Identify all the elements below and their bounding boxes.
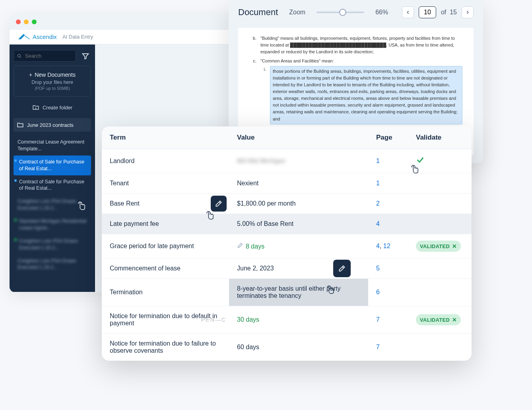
create-folder-label: Create folder xyxy=(43,105,72,111)
term-cell: Tenant xyxy=(110,180,129,187)
table-row[interactable]: Notice for termination due to failure to… xyxy=(102,334,472,361)
new-docs-sub2: (PDF up to 50MB) xyxy=(18,86,87,91)
logo-icon xyxy=(17,32,31,41)
zoom-knob[interactable] xyxy=(339,9,346,16)
folder-item[interactable]: June 2023 contracts xyxy=(14,118,91,132)
table-row[interactable]: Base Rent$1,800.00 per month2 xyxy=(102,194,472,214)
value-cell: 30 days xyxy=(237,316,259,323)
edit-icon xyxy=(338,264,346,272)
value-cell: 60 days xyxy=(237,344,259,350)
term-cell: Late payment fee xyxy=(110,220,159,227)
new-docs-title: New Documents xyxy=(35,72,76,78)
maximize-dot[interactable] xyxy=(32,19,37,24)
term-cell: Termination xyxy=(110,289,143,295)
sidebar-doc-item[interactable]: Contract of Sale for Purchase of Real Es… xyxy=(14,155,91,175)
sidebar-doc-item[interactable]: Creighton Lots PSA Draws Executed 1.20.2… xyxy=(14,195,91,215)
status-dot xyxy=(14,179,17,182)
col-header-value: Value xyxy=(229,126,368,149)
table-row[interactable]: Commencement of leaseJune 2, 20235 xyxy=(102,258,472,279)
term-cell: Commencement of lease xyxy=(110,265,181,272)
search-box[interactable] xyxy=(14,50,76,62)
sidebar: +New Documents Drop your files here (PDF… xyxy=(10,45,95,292)
page-link[interactable]: 12 xyxy=(383,243,390,249)
page-link[interactable]: 1 xyxy=(376,180,380,187)
app-header: Ascendix AI Data Entry xyxy=(10,30,232,45)
close-icon[interactable]: ✕ xyxy=(452,243,457,249)
value-cell: Nexient xyxy=(237,180,258,187)
close-dot[interactable] xyxy=(16,19,21,24)
value-cell: 5.00% of Base Rent xyxy=(237,220,293,227)
status-dot xyxy=(14,219,17,221)
value-cell: $1,800.00 per month xyxy=(237,200,296,207)
sidebar-doc-item[interactable]: Contract of Sale for Purchase of Real Es… xyxy=(14,175,91,195)
new-documents-dropzone[interactable]: +New Documents Drop your files here (PDF… xyxy=(14,66,91,97)
filter-icon xyxy=(82,52,89,60)
list-marker: i. xyxy=(260,66,266,124)
value-cell: MA Mid Michigan xyxy=(237,157,285,164)
doc-label: Standard Michigan Residential Lease Agre… xyxy=(19,218,87,231)
status-dot xyxy=(14,159,17,162)
create-folder-button[interactable]: Create folder xyxy=(14,101,91,114)
close-icon[interactable]: ✕ xyxy=(452,317,457,323)
svg-line-1 xyxy=(20,56,21,58)
page-link[interactable]: 6 xyxy=(376,289,380,295)
minimize-dot[interactable] xyxy=(24,19,29,24)
col-header-term: Term xyxy=(102,126,229,149)
chevron-left-icon xyxy=(405,10,411,15)
edit-button[interactable] xyxy=(333,260,351,277)
table-row[interactable]: Grace period for late payment8 days4, 12… xyxy=(102,234,472,258)
sidebar-doc-item[interactable]: Creighton Lots PSA Draws Executed 1.20.2… xyxy=(14,235,91,255)
term-cell: Grace period for late payment xyxy=(110,243,194,249)
list-marker: b. xyxy=(249,35,256,55)
doc-label: Creighton Lots PSA Draws Executed 1.20.2… xyxy=(17,198,76,211)
term-cell: Notice for termination due to failure to… xyxy=(110,340,216,354)
page-link[interactable]: 4 xyxy=(376,220,380,227)
page-link[interactable]: 7 xyxy=(376,344,380,350)
page-link[interactable]: 2 xyxy=(376,200,380,207)
header-label: AI Data Entry xyxy=(62,34,93,40)
table-row[interactable]: LandlordMA Mid Michigan1 xyxy=(102,149,472,173)
sidebar-doc-item[interactable]: Standard Michigan Residential Lease Agre… xyxy=(14,215,91,235)
validated-badge[interactable]: VALIDATED✕ xyxy=(416,241,461,252)
doc-label: Creighton Lots PSA Draws Executed 1.20.2… xyxy=(19,238,78,251)
edit-button[interactable] xyxy=(211,196,227,212)
paragraph-c-i-highlighted: those portions of the Building areas, bu… xyxy=(270,66,462,124)
table-row[interactable]: TenantNexient1 xyxy=(102,173,472,194)
table-row[interactable]: Late payment fee5.00% of Base Rent4 xyxy=(102,214,472,234)
table-row[interactable]: Termination8-year-to-year basis until ei… xyxy=(102,279,472,306)
term-cell: Base Rent xyxy=(110,200,140,207)
extraction-table-panel: Term Value Page Validate LandlordMA Mid … xyxy=(102,126,472,361)
chevron-right-icon xyxy=(465,10,470,15)
extraction-table: Term Value Page Validate LandlordMA Mid … xyxy=(102,126,472,361)
page-input[interactable] xyxy=(419,6,436,18)
new-docs-sub1: Drop your files here xyxy=(18,80,87,85)
folder-label: June 2023 contracts xyxy=(27,122,74,128)
page-link[interactable]: 5 xyxy=(376,265,380,272)
value-cell: June 2, 2023 xyxy=(237,265,274,272)
zoom-percent: 66% xyxy=(375,9,388,16)
page-next-button[interactable] xyxy=(462,6,474,18)
page-link[interactable]: 7 xyxy=(376,316,380,323)
zoom-label: Zoom xyxy=(289,9,305,16)
validated-badge[interactable]: VALIDATED✕ xyxy=(416,314,461,325)
col-header-validate: Validate xyxy=(408,126,472,149)
search-input[interactable] xyxy=(25,53,72,59)
zoom-slider[interactable] xyxy=(316,12,364,13)
paragraph-c: "Common Areas and Facilities" mean: xyxy=(260,58,462,64)
brand-logo: Ascendix xyxy=(17,32,57,41)
edit-inline-button[interactable] xyxy=(237,243,243,250)
page-prev-button[interactable] xyxy=(402,6,414,18)
folder-plus-icon xyxy=(32,104,39,111)
plus-icon: + xyxy=(29,72,32,78)
pencil-icon xyxy=(237,242,243,249)
validate-check[interactable] xyxy=(416,156,425,166)
table-row[interactable]: Notice for termination due to default in… xyxy=(102,306,472,334)
page-link[interactable]: 4 xyxy=(376,243,380,249)
window-traffic-lights xyxy=(10,14,232,30)
doc-label: Contract of Sale for Purchase of Real Es… xyxy=(19,159,84,171)
sidebar-doc-item[interactable]: Creighton Lots PSA Draws Executed 1.20.2… xyxy=(14,255,91,274)
page-link[interactable]: 1 xyxy=(376,157,380,164)
filter-button[interactable] xyxy=(80,51,91,62)
sidebar-doc-item[interactable]: Commercial Lease Agreement Template... xyxy=(14,136,91,155)
doc-label: Contract of Sale for Purchase of Real Es… xyxy=(19,179,84,191)
